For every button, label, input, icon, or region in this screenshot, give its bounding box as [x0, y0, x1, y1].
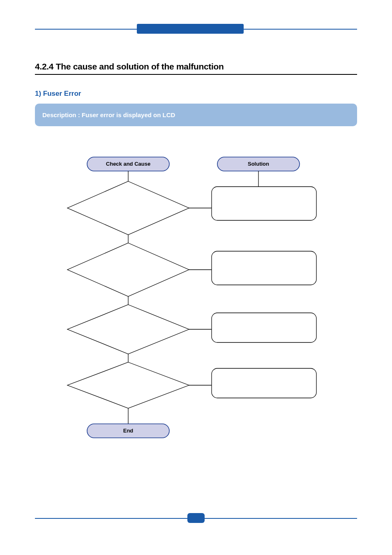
subsection-heading: 1) Fuser Error [35, 90, 81, 98]
description-panel: Description : Fuser error is displayed o… [35, 104, 357, 126]
solution-box-1 [212, 187, 316, 220]
solution-label: Solution [248, 161, 269, 167]
flowchart-svg: Check and Cause Solution [35, 155, 357, 442]
header-badge [137, 24, 244, 34]
solution-box-3 [212, 313, 316, 342]
decision-1 [67, 181, 189, 235]
solution-box-4 [212, 368, 316, 398]
description-text: Description : Fuser error is displayed o… [42, 111, 175, 118]
check-cause-label: Check and Cause [106, 161, 150, 167]
footer-badge [187, 513, 205, 523]
decision-3 [67, 305, 189, 354]
decision-2 [67, 243, 189, 296]
flowchart-container: Check and Cause Solution [35, 155, 357, 442]
section-heading: 4.2.4 The cause and solution of the malf… [35, 62, 357, 75]
end-label: End [123, 428, 134, 434]
solution-box-2 [212, 251, 316, 285]
decision-4 [67, 362, 189, 408]
